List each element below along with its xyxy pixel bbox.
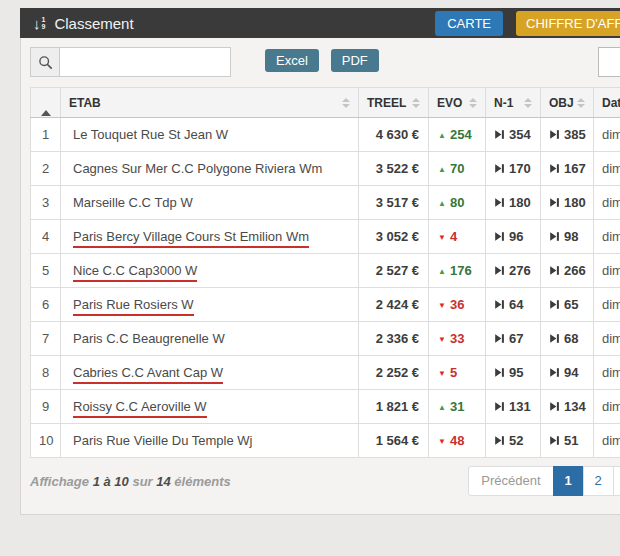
pagination-next-button[interactable]: Suivant — [613, 466, 620, 496]
etab-name: Nice C.C Cap3000 W — [73, 263, 197, 282]
column-header-n1[interactable]: N-1 — [486, 88, 541, 118]
rank-cell: 2 — [31, 152, 61, 186]
obj-cell: 51 — [541, 424, 594, 458]
table-row[interactable]: 3Marseille C.C Tdp W3 517 €▲80180180dim — [31, 186, 620, 220]
treel-cell: 3 517 € — [359, 186, 429, 220]
carte-button[interactable]: CARTE — [435, 11, 503, 36]
table-row[interactable]: 9Roissy C.C Aeroville W1 821 €▲31131134d… — [31, 390, 620, 424]
etab-name: Paris Bercy Village Cours St Emilion Wm — [73, 229, 309, 248]
etab-name: Marseille C.C Tdp W — [73, 195, 193, 210]
step-forward-icon — [494, 231, 505, 242]
table-body: 1Le Touquet Rue St Jean W4 630 €▲2543543… — [31, 118, 620, 458]
step-forward-icon — [494, 299, 505, 310]
treel-cell: 3 522 € — [359, 152, 429, 186]
obj-cell: 134 — [541, 390, 594, 424]
sort-carets-icon — [577, 98, 585, 108]
table-row[interactable]: 5Nice C.C Cap3000 W2 527 €▲176276266dim — [31, 254, 620, 288]
evo-cell: ▼33 — [429, 322, 486, 356]
etab-cell: Roissy C.C Aeroville W — [61, 390, 359, 424]
treel-cell: 2 527 € — [359, 254, 429, 288]
arrow-up-icon: ▲ — [438, 267, 446, 276]
n1-cell: 67 — [486, 322, 541, 356]
ranking-table: ETAB TREEL EVO N-1 — [30, 87, 620, 458]
date-cell: dim — [594, 220, 620, 254]
arrow-down-icon: ▼ — [438, 437, 446, 446]
etab-name: Cagnes Sur Mer C.C Polygone Riviera Wm — [73, 161, 322, 176]
pdf-export-button[interactable]: PDF — [331, 49, 379, 72]
step-forward-icon — [494, 435, 505, 446]
toolbar-right-input[interactable] — [598, 47, 620, 77]
table-row[interactable]: 6Paris Rue Rosiers W2 424 €▼366465dim — [31, 288, 620, 322]
date-cell: dim — [594, 118, 620, 152]
search-input[interactable] — [59, 47, 231, 77]
rank-cell: 7 — [31, 322, 61, 356]
column-header-obj[interactable]: OBJ — [541, 88, 594, 118]
step-forward-icon — [549, 299, 560, 310]
table-header-row: ETAB TREEL EVO N-1 — [31, 88, 620, 118]
n1-cell: 180 — [486, 186, 541, 220]
date-cell: dim — [594, 152, 620, 186]
n1-cell: 354 — [486, 118, 541, 152]
rank-cell: 6 — [31, 288, 61, 322]
etab-name: Roissy C.C Aeroville W — [73, 399, 207, 418]
obj-cell: 65 — [541, 288, 594, 322]
treel-cell: 2 424 € — [359, 288, 429, 322]
etab-name: Le Touquet Rue St Jean W — [73, 127, 228, 142]
n1-cell: 276 — [486, 254, 541, 288]
obj-cell: 385 — [541, 118, 594, 152]
treel-cell: 2 336 € — [359, 322, 429, 356]
search-icon — [30, 47, 59, 77]
table-row[interactable]: 4Paris Bercy Village Cours St Emilion Wm… — [31, 220, 620, 254]
table-row[interactable]: 1Le Touquet Rue St Jean W4 630 €▲2543543… — [31, 118, 620, 152]
pagination-info: Affichage 1 à 10 sur 14 éléments — [30, 474, 231, 489]
date-cell: dim — [594, 186, 620, 220]
excel-export-button[interactable]: Excel — [265, 49, 319, 72]
arrow-down-icon: ▼ — [438, 233, 446, 242]
chiffre-affaires-button[interactable]: CHIFFRE D'AFF — [516, 11, 620, 36]
treel-cell: 1 564 € — [359, 424, 429, 458]
table-row[interactable]: 8Cabries C.C Avant Cap W2 252 €▼59594dim — [31, 356, 620, 390]
sort-carets-icon — [469, 98, 477, 108]
step-forward-icon — [494, 129, 505, 140]
date-cell: dim — [594, 424, 620, 458]
table-row[interactable]: 7Paris C.C Beaugrenelle W2 336 €▼336768d… — [31, 322, 620, 356]
obj-cell: 167 — [541, 152, 594, 186]
etab-cell: Paris Rue Rosiers W — [61, 288, 359, 322]
arrow-down-icon: ▼ — [438, 369, 446, 378]
step-forward-icon — [549, 333, 560, 344]
n1-cell: 131 — [486, 390, 541, 424]
step-forward-icon — [494, 401, 505, 412]
date-cell: dim — [594, 322, 620, 356]
pagination-page-1[interactable]: 1 — [553, 466, 584, 496]
table-row[interactable]: 10Paris Rue Vieille Du Temple Wj1 564 €▼… — [31, 424, 620, 458]
column-header-rank[interactable] — [31, 88, 61, 118]
table-row[interactable]: 2Cagnes Sur Mer C.C Polygone Riviera Wm3… — [31, 152, 620, 186]
sort-numeric-icon: ↓ 19 — [33, 16, 45, 31]
pagination-previous-button[interactable]: Précédent — [468, 466, 553, 496]
column-header-date[interactable]: Date — [594, 88, 620, 118]
step-forward-icon — [549, 197, 560, 208]
evo-cell: ▲31 — [429, 390, 486, 424]
search-group — [30, 47, 231, 77]
evo-cell: ▼5 — [429, 356, 486, 390]
column-header-treel[interactable]: TREEL — [359, 88, 429, 118]
arrow-down-icon: ▼ — [438, 335, 446, 344]
rank-cell: 8 — [31, 356, 61, 390]
obj-cell: 68 — [541, 322, 594, 356]
obj-cell: 98 — [541, 220, 594, 254]
etab-cell: Cabries C.C Avant Cap W — [61, 356, 359, 390]
step-forward-icon — [549, 435, 560, 446]
step-forward-icon — [494, 333, 505, 344]
sort-carets-icon — [412, 98, 420, 108]
date-cell: dim — [594, 288, 620, 322]
column-header-etab[interactable]: ETAB — [61, 88, 359, 118]
panel-title: Classement — [54, 15, 133, 32]
panel-body: Excel PDF ETAB — [20, 38, 620, 515]
date-cell: dim — [594, 356, 620, 390]
pagination-page-2[interactable]: 2 — [583, 466, 614, 496]
classement-panel: ↓ 19 Classement CARTE CHIFFRE D'AFF — [20, 8, 620, 515]
arrow-up-icon: ▲ — [438, 199, 446, 208]
evo-cell: ▼48 — [429, 424, 486, 458]
evo-cell: ▲80 — [429, 186, 486, 220]
column-header-evo[interactable]: EVO — [429, 88, 486, 118]
